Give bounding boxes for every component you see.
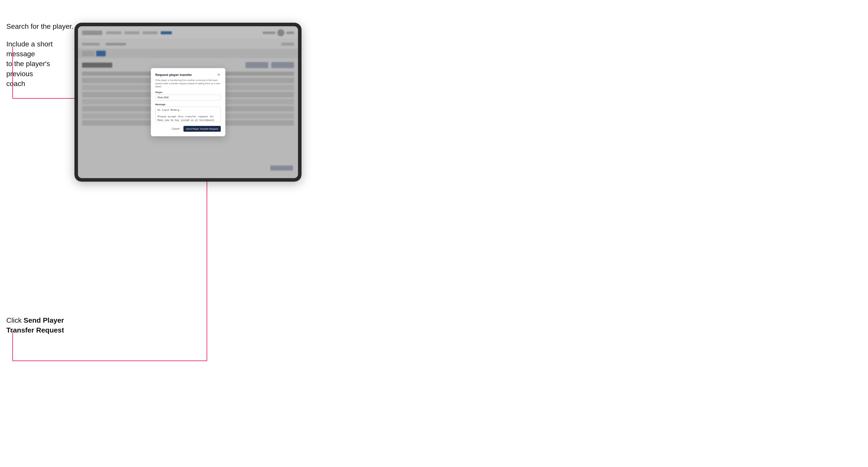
- close-icon[interactable]: ✕: [217, 73, 221, 77]
- message-label: Message: [155, 103, 221, 106]
- modal-title: Request player transfer: [155, 73, 192, 77]
- request-transfer-modal: Request player transfer ✕ If the player …: [151, 68, 225, 136]
- tablet-device: ›: [74, 23, 302, 182]
- modal-description: If the player is transferring from anoth…: [155, 79, 221, 88]
- modal-overlay: Request player transfer ✕ If the player …: [78, 26, 298, 178]
- player-label: Player: [155, 91, 221, 94]
- annotation-click: Click Send Player Transfer Request: [6, 315, 74, 335]
- message-textarea[interactable]: Hi Coach McHarg, Please accept this tran…: [155, 107, 221, 122]
- player-input[interactable]: [155, 95, 221, 100]
- annotation-message: Include a short message to the player's …: [6, 39, 74, 89]
- cancel-button[interactable]: Cancel: [169, 126, 181, 131]
- modal-actions: Cancel Send Player Transfer Request: [155, 126, 221, 132]
- modal-header: Request player transfer ✕: [155, 73, 221, 77]
- tablet-screen: ›: [78, 26, 298, 178]
- annotation-search: Search for the player.: [6, 22, 73, 31]
- send-transfer-button[interactable]: Send Player Transfer Request: [183, 126, 220, 132]
